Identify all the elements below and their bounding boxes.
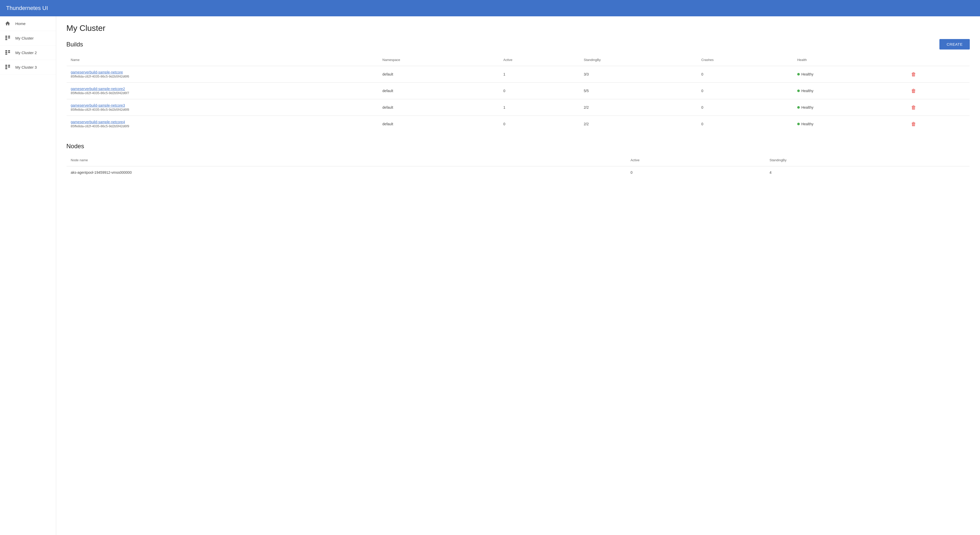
svg-rect-4: [8, 37, 10, 38]
topbar: Thundernetes UI: [0, 0, 980, 16]
table-row: gameserverbuild-sample-netcore 85ffe8da-…: [67, 66, 970, 83]
nodes-table-header-row: Node name Active StandingBy: [67, 154, 970, 166]
build-uid: 85ffe8da-c82f-4035-86c5-9d2b5f42d6f6: [71, 75, 129, 78]
home-icon: [4, 20, 11, 27]
build-standingby: 5/5: [580, 83, 697, 99]
build-active: 1: [499, 66, 580, 83]
health-indicator: Healthy: [797, 122, 903, 126]
delete-icon[interactable]: 🗑: [911, 88, 916, 94]
col-header-node-active: Active: [627, 154, 765, 166]
build-delete-cell: 🗑: [907, 116, 969, 132]
col-header-name: Name: [67, 54, 379, 66]
build-health: Healthy: [793, 83, 907, 99]
build-health: Healthy: [793, 99, 907, 116]
col-header-health: Health: [793, 54, 907, 66]
health-indicator: Healthy: [797, 72, 903, 76]
health-dot: [797, 123, 800, 125]
build-name-cell: gameserverbuild-sample-netcore 85ffe8da-…: [67, 66, 379, 83]
build-namespace: default: [378, 83, 499, 99]
svg-rect-3: [8, 36, 10, 37]
table-row: gameserverbuild-sample-netcore3 85ffe8da…: [67, 99, 970, 116]
delete-icon[interactable]: 🗑: [911, 121, 916, 127]
page-title: My Cluster: [66, 24, 970, 33]
col-header-crashes: Crashes: [697, 54, 793, 66]
svg-rect-6: [5, 52, 7, 53]
build-delete-cell: 🗑: [907, 83, 969, 99]
build-crashes: 0: [697, 99, 793, 116]
svg-rect-5: [5, 50, 7, 52]
main-layout: Home My Cluster My Cluster 2: [0, 16, 980, 535]
build-active: 1: [499, 99, 580, 116]
build-uid: 85ffe8da-c82f-4035-86c5-9d2b5f42d6f8: [71, 108, 129, 111]
builds-table: Name Namespace Active StandingBy Crashes…: [66, 54, 970, 132]
sidebar-item-my-cluster-3[interactable]: My Cluster 3: [0, 60, 56, 75]
sidebar-item-my-cluster-2-label: My Cluster 2: [15, 51, 37, 55]
col-header-actions: [907, 54, 969, 66]
sidebar-item-home[interactable]: Home: [0, 16, 56, 31]
builds-section-title: Builds: [66, 41, 83, 48]
node-standingby: 4: [765, 166, 970, 179]
svg-rect-11: [5, 66, 7, 68]
build-crashes: 0: [697, 116, 793, 132]
health-dot: [797, 106, 800, 109]
col-header-active: Active: [499, 54, 580, 66]
build-uid: 85ffe8da-c82f-4035-86c5-9d2b5f42d6f7: [71, 91, 129, 95]
build-standingby: 3/3: [580, 66, 697, 83]
health-dot: [797, 90, 800, 92]
cluster-icon-3: [4, 64, 11, 71]
create-button[interactable]: CREATE: [939, 39, 970, 49]
builds-section-header: Builds CREATE: [66, 39, 970, 49]
table-row: gameserverbuild-sample-netcore4 85ffe8da…: [67, 116, 970, 132]
node-name: aks-agentpool-19459912-vmss000000: [67, 166, 627, 179]
svg-rect-9: [8, 52, 10, 53]
svg-rect-14: [8, 66, 10, 68]
build-health: Healthy: [793, 66, 907, 83]
app-title: Thundernetes UI: [6, 5, 48, 11]
content-area: My Cluster Builds CREATE Name Namespace …: [56, 16, 980, 535]
build-uid: 85ffe8da-c82f-4035-86c5-9d2b5f42d6f9: [71, 124, 129, 128]
svg-rect-0: [5, 36, 7, 37]
sidebar-item-my-cluster-label: My Cluster: [15, 36, 34, 40]
build-delete-cell: 🗑: [907, 66, 969, 83]
health-indicator: Healthy: [797, 89, 903, 93]
table-row: gameserverbuild-sample-netcore2 85ffe8da…: [67, 83, 970, 99]
build-delete-cell: 🗑: [907, 99, 969, 116]
build-name-link[interactable]: gameserverbuild-sample-netcore2: [71, 87, 374, 91]
build-name-link[interactable]: gameserverbuild-sample-netcore3: [71, 103, 374, 107]
build-active: 0: [499, 116, 580, 132]
cluster-icon-1: [4, 35, 11, 41]
svg-rect-13: [8, 65, 10, 66]
build-standingby: 2/2: [580, 99, 697, 116]
nodes-table: Node name Active StandingBy aks-agentpoo…: [66, 154, 970, 179]
builds-table-header-row: Name Namespace Active StandingBy Crashes…: [67, 54, 970, 66]
build-name-link[interactable]: gameserverbuild-sample-netcore4: [71, 120, 374, 124]
nodes-section-title: Nodes: [66, 143, 84, 150]
health-label: Healthy: [801, 122, 813, 126]
build-namespace: default: [378, 116, 499, 132]
svg-rect-2: [5, 39, 7, 40]
build-name-cell: gameserverbuild-sample-netcore3 85ffe8da…: [67, 99, 379, 116]
build-standingby: 2/2: [580, 116, 697, 132]
build-namespace: default: [378, 66, 499, 83]
build-crashes: 0: [697, 66, 793, 83]
node-active: 0: [627, 166, 765, 179]
build-name-cell: gameserverbuild-sample-netcore4 85ffe8da…: [67, 116, 379, 132]
health-label: Healthy: [801, 89, 813, 93]
delete-icon[interactable]: 🗑: [911, 105, 916, 110]
sidebar-item-my-cluster-3-label: My Cluster 3: [15, 65, 37, 70]
col-header-namespace: Namespace: [378, 54, 499, 66]
col-header-standingby: StandingBy: [580, 54, 697, 66]
svg-rect-12: [5, 68, 7, 70]
delete-icon[interactable]: 🗑: [911, 71, 916, 77]
svg-rect-1: [5, 37, 7, 38]
build-active: 0: [499, 83, 580, 99]
sidebar-item-home-label: Home: [15, 21, 25, 26]
build-health: Healthy: [793, 116, 907, 132]
health-label: Healthy: [801, 72, 813, 76]
table-row: aks-agentpool-19459912-vmss000000 0 4: [67, 166, 970, 179]
sidebar-item-my-cluster-2[interactable]: My Cluster 2: [0, 45, 56, 60]
svg-rect-8: [8, 50, 10, 52]
build-namespace: default: [378, 99, 499, 116]
sidebar-item-my-cluster[interactable]: My Cluster: [0, 31, 56, 45]
build-name-link[interactable]: gameserverbuild-sample-netcore: [71, 70, 374, 74]
